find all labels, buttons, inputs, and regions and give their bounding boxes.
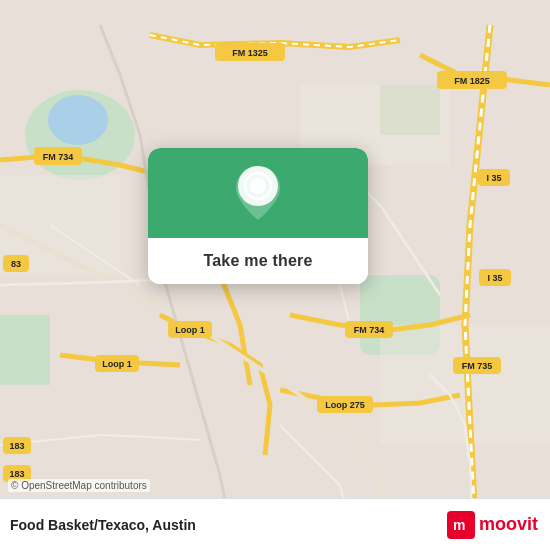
location-pin-icon [236, 166, 280, 220]
svg-text:83: 83 [11, 259, 21, 269]
svg-text:Loop 1: Loop 1 [102, 359, 132, 369]
svg-point-5 [48, 95, 108, 145]
moovit-logo: m moovit [447, 511, 538, 539]
svg-text:FM 1325: FM 1325 [232, 48, 268, 58]
map-attribution: © OpenStreetMap contributors [8, 479, 150, 492]
svg-text:FM 734: FM 734 [354, 325, 385, 335]
popup-card: Take me there [148, 148, 368, 284]
svg-text:FM 1825: FM 1825 [454, 76, 490, 86]
svg-text:FM 735: FM 735 [462, 361, 493, 371]
svg-text:I 35: I 35 [487, 273, 502, 283]
svg-text:FM 734: FM 734 [43, 152, 74, 162]
svg-rect-3 [0, 315, 50, 385]
take-me-there-button[interactable]: Take me there [148, 238, 368, 284]
svg-text:183: 183 [9, 469, 24, 479]
svg-text:I 35: I 35 [486, 173, 501, 183]
svg-text:Loop 275: Loop 275 [325, 400, 365, 410]
svg-text:m: m [453, 517, 465, 533]
bottom-bar: Food Basket/Texaco, Austin m moovit [0, 498, 550, 550]
svg-point-39 [250, 178, 266, 194]
svg-text:Loop 1: Loop 1 [175, 325, 205, 335]
map-container: FM 1325 FM 1825 FM 734 FM 73 I 35 I 35 8… [0, 0, 550, 550]
svg-text:183: 183 [9, 441, 24, 451]
location-label: Food Basket/Texaco, Austin [10, 517, 196, 533]
moovit-text: moovit [479, 514, 538, 535]
moovit-icon: m [447, 511, 475, 539]
popup-green-section [148, 148, 368, 238]
